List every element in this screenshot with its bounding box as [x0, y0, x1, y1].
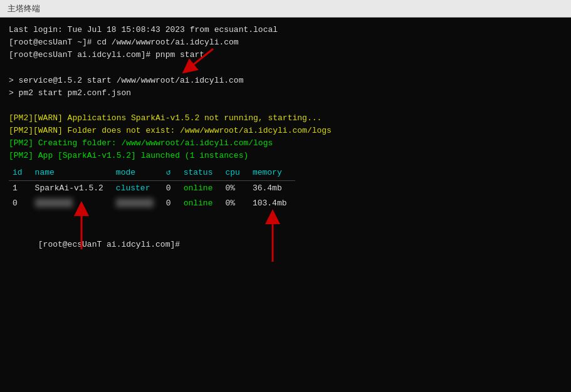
last-prompt: [root@ecsUanT ai.idcyli.com]#: [9, 226, 562, 277]
th-name: name: [31, 165, 112, 181]
td-cpu-0: 0%: [221, 196, 248, 211]
prompt-text: [root@ecsUanT ai.idcyli.com]#: [38, 240, 180, 249]
line-service: > service@1.5.2 start /www/wwwroot/ai.id…: [9, 75, 562, 87]
line-create: [PM2] Creating folder: /www/wwwroot/ai.i…: [9, 137, 562, 150]
td-status-1: online: [180, 180, 222, 196]
td-id-0: 0: [9, 196, 31, 211]
td-status-0: online: [180, 196, 222, 211]
table-header-row: id name mode ↺ status cpu memory: [9, 165, 295, 181]
th-id: id: [9, 165, 31, 181]
blurred-name: [35, 199, 73, 207]
line-pm2start: > pm2 start pm2.conf.json: [9, 87, 562, 100]
table-row: 1 SparkAi-v1.5.2 cluster 0 online 0% 36.…: [9, 180, 295, 196]
line-app: [PM2] App [SparkAi-v1.5.2] launched (1 i…: [9, 150, 562, 162]
blurred-mode: [116, 199, 154, 207]
line-blank2: [9, 100, 562, 112]
td-restarts-0: 0: [162, 196, 180, 211]
titlebar: 主塔终端: [0, 0, 571, 18]
th-status: status: [180, 165, 222, 181]
pm2-table: id name mode ↺ status cpu memory 1 Spark…: [9, 165, 295, 211]
table-row: 0 0 online 0% 103.4mb: [9, 196, 295, 211]
td-mode-0: [112, 196, 162, 211]
td-id-1: 1: [9, 180, 31, 196]
line-pnpm: [root@ecsUanT ai.idcyli.com]# pnpm start: [9, 49, 562, 61]
line-warn2: [PM2][WARN] Folder does not exist: /www/…: [9, 125, 562, 137]
td-memory-1: 36.4mb: [249, 180, 296, 196]
td-name-1: SparkAi-v1.5.2: [31, 180, 112, 196]
td-memory-0: 103.4mb: [249, 196, 296, 211]
window-title: 主塔终端: [8, 3, 40, 14]
td-mode-1: cluster: [112, 180, 162, 196]
terminal-body[interactable]: Last login: Tue Jul 18 15:08:43 2023 fro…: [0, 18, 571, 392]
line-blank3: [9, 214, 562, 226]
th-mode: mode: [112, 165, 162, 181]
td-restarts-1: 0: [162, 180, 180, 196]
th-memory: memory: [249, 165, 296, 181]
td-cpu-1: 0%: [221, 180, 248, 196]
td-name-0: [31, 196, 112, 211]
line-blank1: [9, 61, 562, 74]
window: 主塔终端 Last login: Tue Jul 18 15:08:43 202…: [0, 0, 571, 392]
cursor: [38, 252, 43, 262]
line-cd: [root@ecsUanT ~]# cd /www/wwwroot/ai.idc…: [9, 36, 562, 49]
th-restarts: ↺: [162, 165, 180, 181]
line-warn1: [PM2][WARN] Applications SparkAi-v1.5.2 …: [9, 112, 562, 125]
line-lastlogin: Last login: Tue Jul 18 15:08:43 2023 fro…: [9, 24, 562, 36]
th-cpu: cpu: [221, 165, 248, 181]
